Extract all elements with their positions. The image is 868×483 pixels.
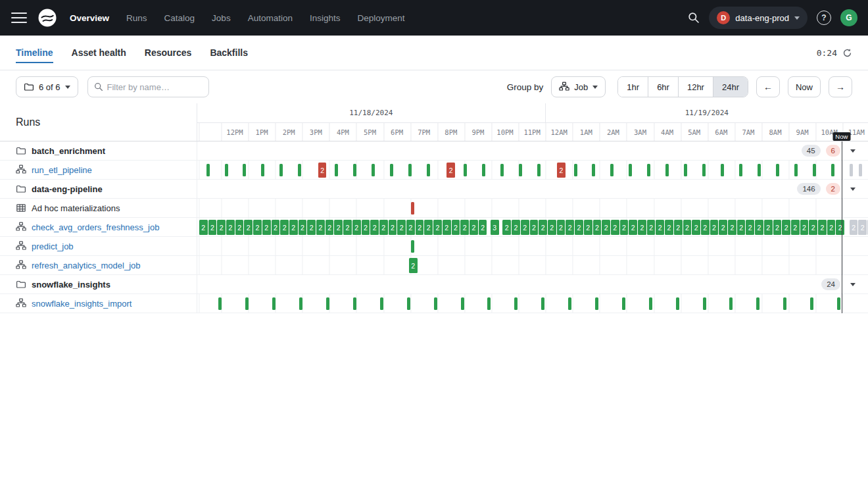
run-success[interactable] — [702, 164, 706, 176]
run-success[interactable]: 2 — [764, 220, 773, 235]
run-success[interactable]: 2 — [647, 220, 656, 235]
run-success[interactable] — [794, 164, 798, 176]
run-scheduled[interactable] — [850, 164, 853, 176]
run-success[interactable]: 2 — [575, 220, 583, 235]
user-avatar[interactable]: G — [840, 9, 857, 26]
run-success[interactable] — [684, 164, 687, 176]
run-success[interactable]: 2 — [416, 220, 424, 235]
run-success[interactable]: 2 — [424, 220, 433, 235]
run-success[interactable]: 2 — [593, 220, 602, 235]
collapse-caret-icon[interactable] — [846, 275, 860, 293]
job-link[interactable]: check_avg_orders_freshness_job — [32, 222, 159, 232]
run-success[interactable]: 2 — [782, 220, 790, 235]
run-success[interactable] — [676, 297, 679, 310]
run-success[interactable]: 2 — [326, 220, 334, 235]
run-success[interactable]: 2 — [443, 220, 451, 235]
run-success[interactable] — [610, 164, 614, 176]
run-success[interactable] — [514, 297, 518, 310]
run-success[interactable]: 2 — [746, 220, 754, 235]
run-success[interactable] — [411, 240, 414, 253]
tab-asset-health[interactable]: Asset health — [72, 36, 126, 70]
run-success[interactable]: 2 — [379, 220, 388, 235]
run-success[interactable]: 2 — [253, 220, 262, 235]
search-icon[interactable] — [688, 12, 700, 24]
deployment-switcher[interactable]: D data-eng-prod — [709, 7, 808, 29]
run-success[interactable] — [703, 297, 706, 310]
run-success[interactable] — [729, 297, 733, 310]
run-success[interactable] — [390, 164, 393, 176]
dagster-logo-icon[interactable] — [37, 7, 58, 28]
run-success[interactable]: 2 — [262, 220, 271, 235]
run-success[interactable] — [245, 297, 249, 310]
run-success[interactable]: 2 — [620, 220, 629, 235]
run-success[interactable] — [756, 297, 760, 310]
run-success[interactable] — [380, 297, 383, 310]
run-success[interactable] — [487, 297, 491, 310]
range-button-12hr[interactable]: 12hr — [678, 77, 713, 97]
filter-input[interactable] — [107, 82, 203, 92]
run-success[interactable]: 2 — [343, 220, 352, 235]
next-range-button[interactable]: → — [829, 76, 852, 97]
run-success[interactable]: 2 — [389, 220, 397, 235]
run-success[interactable] — [482, 164, 485, 176]
run-scheduled[interactable]: 2 — [858, 220, 867, 235]
run-success[interactable]: 2 — [773, 220, 782, 235]
run-success[interactable] — [595, 297, 598, 310]
run-success[interactable]: 2 — [800, 220, 809, 235]
run-success[interactable] — [721, 164, 724, 176]
run-success[interactable] — [776, 164, 779, 176]
run-success[interactable] — [299, 297, 302, 310]
group-by-select[interactable]: Job — [551, 76, 606, 97]
run-success[interactable]: 3 — [491, 220, 499, 235]
run-success[interactable]: 2 — [226, 220, 235, 235]
run-success[interactable] — [813, 164, 816, 176]
job-link[interactable]: predict_job — [32, 242, 74, 251]
run-success[interactable]: 2 — [809, 220, 817, 235]
run-success[interactable]: 2 — [530, 220, 539, 235]
help-button[interactable]: ? — [817, 11, 831, 25]
run-success[interactable] — [622, 297, 625, 310]
run-success[interactable]: 2 — [611, 220, 619, 235]
run-success[interactable]: 2 — [334, 220, 343, 235]
run-success[interactable]: 2 — [397, 220, 406, 235]
run-success[interactable]: 2 — [548, 220, 556, 235]
collapse-caret-icon[interactable] — [846, 141, 860, 160]
run-success[interactable] — [500, 164, 504, 176]
run-success[interactable]: 2 — [217, 220, 226, 235]
run-success[interactable]: 2 — [818, 220, 827, 235]
run-success[interactable]: 2 — [272, 220, 280, 235]
run-success[interactable]: 2 — [512, 220, 520, 235]
run-success[interactable]: 2 — [638, 220, 646, 235]
run-success[interactable] — [574, 164, 577, 176]
run-success[interactable]: 2 — [836, 220, 844, 235]
job-link[interactable]: snowflake_insights_import — [32, 299, 132, 309]
run-success[interactable]: 2 — [701, 220, 710, 235]
run-success[interactable] — [810, 297, 813, 310]
run-success[interactable] — [837, 297, 840, 310]
range-button-6hr[interactable]: 6hr — [648, 77, 678, 97]
run-success[interactable]: 2 — [566, 220, 574, 235]
run-success[interactable] — [541, 297, 544, 310]
run-success[interactable] — [665, 164, 669, 176]
run-success[interactable]: 2 — [502, 220, 511, 235]
run-success[interactable] — [831, 164, 834, 176]
run-success[interactable]: 2 — [460, 220, 469, 235]
run-success[interactable] — [783, 297, 786, 310]
run-success[interactable]: 2 — [791, 220, 800, 235]
run-success[interactable] — [647, 164, 650, 176]
run-success[interactable] — [353, 164, 356, 176]
run-success[interactable]: 2 — [629, 220, 637, 235]
run-success[interactable]: 2 — [674, 220, 683, 235]
run-success[interactable] — [629, 164, 632, 176]
run-success[interactable] — [758, 164, 761, 176]
job-scope-filter[interactable]: 6 of 6 — [16, 76, 78, 97]
run-success[interactable]: 2 — [665, 220, 673, 235]
run-success[interactable]: 2 — [827, 220, 836, 235]
run-success[interactable] — [519, 164, 522, 176]
run-success[interactable]: 2 — [710, 220, 719, 235]
tab-resources[interactable]: Resources — [145, 36, 192, 70]
run-success[interactable]: 2 — [406, 220, 415, 235]
menu-button[interactable] — [11, 11, 28, 24]
run-failure[interactable]: 2 — [557, 163, 566, 178]
run-success[interactable] — [568, 297, 571, 310]
